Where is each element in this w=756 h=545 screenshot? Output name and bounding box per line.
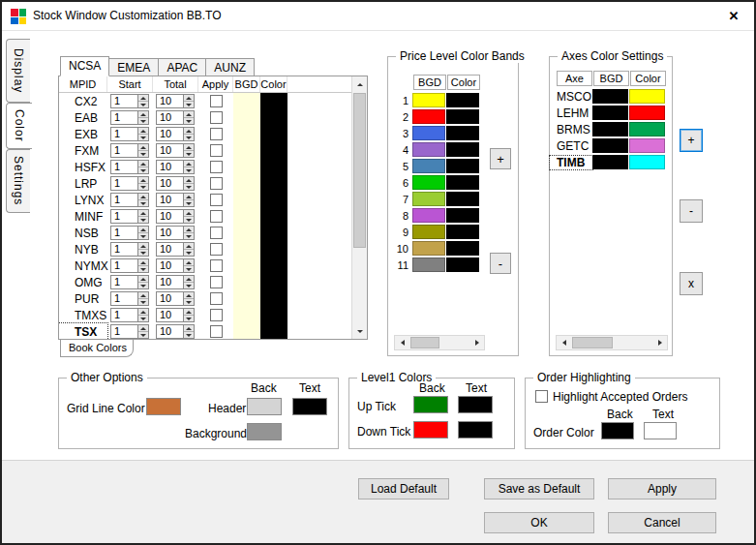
spinner-up-icon[interactable] — [138, 276, 148, 283]
scrollbar-thumb[interactable] — [410, 337, 439, 348]
axe-name[interactable]: LEHM — [550, 106, 592, 120]
start-input[interactable]: 1 — [110, 176, 149, 191]
spinner-up-icon[interactable] — [184, 177, 194, 184]
start-value[interactable]: 1 — [111, 111, 137, 124]
band-color-swatch[interactable] — [446, 192, 479, 206]
bgd-swatch[interactable] — [233, 109, 260, 126]
bgd-swatch[interactable] — [233, 225, 260, 241]
spinner-up-icon[interactable] — [184, 111, 194, 118]
total-value[interactable]: 10 — [157, 325, 183, 338]
scroll-left-icon[interactable] — [557, 336, 571, 349]
region-tab-ncsa[interactable]: NCSA — [60, 56, 109, 76]
start-input[interactable]: 1 — [110, 308, 149, 322]
mpid-table-row[interactable]: EAB 1 10 — [59, 109, 351, 126]
color-swatch[interactable] — [260, 290, 287, 307]
spinner-down-icon[interactable] — [184, 299, 194, 305]
mpid-cell[interactable]: MINF — [59, 208, 107, 225]
total-value[interactable]: 10 — [157, 243, 183, 256]
color-swatch[interactable] — [260, 142, 287, 159]
band-bgd-swatch[interactable] — [412, 208, 445, 223]
apply-checkbox[interactable] — [210, 161, 223, 173]
axe-name[interactable]: GETC — [550, 139, 592, 153]
bgd-swatch[interactable] — [233, 241, 260, 257]
bgd-swatch[interactable] — [233, 175, 260, 192]
spinner-down-icon[interactable] — [184, 200, 194, 206]
spinner-up-icon[interactable] — [184, 325, 194, 332]
bgd-swatch[interactable] — [233, 192, 260, 208]
spinner-down-icon[interactable] — [138, 266, 148, 272]
color-swatch[interactable] — [260, 274, 287, 290]
spinner-down-icon[interactable] — [184, 332, 194, 338]
apply-checkbox[interactable] — [210, 111, 223, 124]
start-input[interactable]: 1 — [110, 193, 149, 207]
apply-checkbox[interactable] — [210, 227, 223, 239]
start-value[interactable]: 1 — [111, 325, 137, 338]
spinner-down-icon[interactable] — [184, 217, 194, 223]
mpid-table-row[interactable]: LYNX 1 10 — [59, 192, 351, 208]
color-swatch[interactable] — [260, 257, 287, 274]
start-value[interactable]: 1 — [111, 128, 137, 140]
spinner-down-icon[interactable] — [184, 233, 194, 239]
spinner-down-icon[interactable] — [138, 316, 148, 321]
spinner-up-icon[interactable] — [184, 259, 194, 266]
spinner-up-icon[interactable] — [138, 95, 148, 102]
band-bgd-swatch[interactable] — [412, 175, 445, 190]
color-swatch[interactable] — [260, 225, 287, 241]
mpid-cell[interactable]: CX2 — [59, 93, 107, 109]
band-bgd-swatch[interactable] — [412, 126, 445, 140]
band-bgd-swatch[interactable] — [412, 109, 445, 124]
delete-axe-button[interactable]: x — [680, 272, 703, 295]
spinner-up-icon[interactable] — [184, 95, 194, 102]
axe-bgd-swatch[interactable] — [592, 122, 628, 136]
total-value[interactable]: 10 — [157, 111, 183, 124]
spinner-down-icon[interactable] — [138, 118, 148, 124]
spinner-down-icon[interactable] — [138, 135, 148, 140]
spinner-up-icon[interactable] — [138, 194, 148, 200]
up-tick-text-swatch[interactable] — [458, 396, 493, 413]
mpid-table-row[interactable]: CX2 1 10 — [59, 93, 351, 109]
band-bgd-swatch[interactable] — [412, 159, 445, 173]
spinner-up-icon[interactable] — [138, 177, 148, 184]
spinner-up-icon[interactable] — [184, 144, 194, 151]
total-input[interactable]: 10 — [156, 127, 195, 141]
apply-checkbox[interactable] — [210, 325, 223, 338]
spinner-up-icon[interactable] — [184, 276, 194, 283]
spinner-up-icon[interactable] — [184, 128, 194, 135]
total-value[interactable]: 10 — [157, 128, 183, 140]
color-swatch[interactable] — [260, 109, 287, 126]
total-value[interactable]: 10 — [157, 144, 183, 157]
scrollbar-thumb[interactable] — [353, 93, 366, 248]
start-value[interactable]: 1 — [111, 276, 137, 288]
spinner-down-icon[interactable] — [184, 118, 194, 124]
total-value[interactable]: 10 — [157, 194, 183, 206]
total-input[interactable]: 10 — [156, 291, 195, 306]
spinner-down-icon[interactable] — [184, 316, 194, 321]
order-back-swatch[interactable] — [601, 422, 634, 439]
spinner-down-icon[interactable] — [138, 299, 148, 305]
start-value[interactable]: 1 — [111, 243, 137, 256]
mpid-table-scrollbar[interactable] — [351, 76, 367, 339]
total-input[interactable]: 10 — [156, 226, 195, 240]
spinner-down-icon[interactable] — [184, 167, 194, 173]
band-color-swatch[interactable] — [446, 241, 479, 256]
mpid-table-row[interactable]: FXM 1 10 — [59, 142, 351, 159]
start-value[interactable]: 1 — [111, 95, 137, 107]
start-input[interactable]: 1 — [110, 143, 149, 158]
axe-name[interactable]: TIMB — [550, 156, 592, 169]
apply-checkbox[interactable] — [210, 309, 223, 321]
band-bgd-swatch[interactable] — [412, 192, 445, 206]
spinner-up-icon[interactable] — [138, 111, 148, 118]
start-input[interactable]: 1 — [110, 110, 149, 125]
mpid-table-row[interactable]: NYMX 1 10 — [59, 257, 351, 274]
start-input[interactable]: 1 — [110, 127, 149, 141]
mpid-cell[interactable]: FXM — [59, 142, 107, 159]
apply-checkbox[interactable] — [210, 128, 223, 140]
axes-horizontal-scrollbar[interactable] — [556, 335, 668, 350]
spinner-down-icon[interactable] — [138, 167, 148, 173]
apply-checkbox[interactable] — [210, 259, 223, 272]
total-input[interactable]: 10 — [156, 275, 195, 289]
axe-color-swatch[interactable] — [629, 138, 665, 153]
spinner-down-icon[interactable] — [184, 135, 194, 140]
start-value[interactable]: 1 — [111, 144, 137, 157]
mpid-cell[interactable]: NSB — [59, 225, 107, 241]
